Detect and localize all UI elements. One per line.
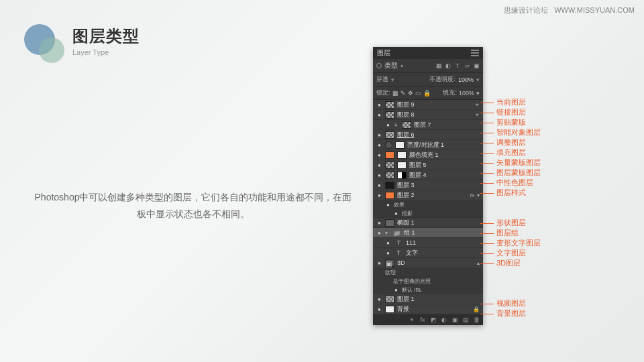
vector-mask-thumb[interactable] <box>397 162 407 169</box>
layer-row[interactable]: ↳图层 7 <box>373 120 483 130</box>
leader-line <box>480 314 494 314</box>
visibility-icon[interactable] <box>376 220 382 226</box>
chevron-down-icon[interactable]: ▾ <box>400 63 403 69</box>
new-layer-icon[interactable]: ▤ <box>462 316 469 323</box>
visibility-icon[interactable] <box>376 192 382 198</box>
layer-row[interactable]: 图层 6 <box>373 130 483 140</box>
opacity-value[interactable]: 100% <box>458 76 474 83</box>
folder-icon[interactable]: ▣ <box>451 316 458 323</box>
layer-3d[interactable]: ▣3D▴ <box>373 258 483 268</box>
layer-row[interactable]: 图层 2fx▾ <box>373 190 483 200</box>
blend-mode[interactable]: 穿透 <box>376 75 388 84</box>
layer-name: 椭圆 1 <box>397 219 480 227</box>
filter-adjust-icon[interactable]: ◐ <box>445 62 451 69</box>
3d-icon[interactable]: ▣ <box>385 259 394 267</box>
filter-pixel-icon[interactable]: ▦ <box>435 62 442 69</box>
visibility-icon[interactable] <box>385 122 391 128</box>
layer-thumb[interactable] <box>385 131 394 139</box>
lock-move-icon[interactable]: ✥ <box>408 90 413 97</box>
layers-list: 图层 9⚭ 图层 8⚭ ↳图层 7 图层 6 亮度/对比度 1 颜色填充 1 图… <box>373 100 483 314</box>
visibility-icon[interactable] <box>376 152 382 158</box>
layer-row[interactable]: 亮度/对比度 1 <box>373 140 483 150</box>
mask-thumb[interactable] <box>397 152 407 159</box>
lock-pixels-icon[interactable]: ▦ <box>392 90 398 97</box>
visibility-icon[interactable] <box>393 210 399 217</box>
chevron-down-icon[interactable]: ▾ <box>476 90 480 97</box>
layer-row[interactable]: 颜色填充 1 <box>373 150 483 160</box>
link-icon[interactable]: ⚭ <box>409 316 415 323</box>
visibility-icon[interactable] <box>376 172 382 178</box>
fx-badge[interactable]: fx <box>470 192 474 198</box>
trash-icon[interactable]: 🗑 <box>473 316 480 323</box>
visibility-icon[interactable] <box>385 240 391 246</box>
layer-group[interactable]: ▾组 1 <box>373 228 483 238</box>
layer-thumb[interactable] <box>385 182 394 189</box>
visibility-icon[interactable] <box>376 162 382 168</box>
layer-thumb[interactable] <box>385 172 394 179</box>
layer-row[interactable]: 图层 3 <box>373 180 483 190</box>
visibility-icon[interactable] <box>376 306 382 312</box>
texture-row[interactable]: 纹理 <box>373 268 483 277</box>
layer-row[interactable]: 文字 <box>373 248 483 258</box>
layer-row[interactable]: 背景🔒 <box>373 304 483 314</box>
layer-thumb[interactable] <box>385 101 394 109</box>
visibility-icon[interactable] <box>376 260 382 266</box>
visibility-icon[interactable] <box>376 182 382 188</box>
layer-thumb[interactable] <box>402 121 411 129</box>
video-layer-thumb[interactable] <box>385 296 394 303</box>
layer-thumb[interactable] <box>385 306 394 313</box>
chevron-up-icon[interactable]: ▴ <box>477 260 480 266</box>
lock-all-icon[interactable]: 🔒 <box>423 90 431 97</box>
chevron-down-icon[interactable]: ▾ <box>476 76 480 83</box>
lock-artboard-icon[interactable]: ▭ <box>415 90 421 97</box>
layer-thumb[interactable] <box>385 219 394 227</box>
folder-icon[interactable] <box>393 229 401 237</box>
layer-row[interactable]: 图层 4 <box>373 170 483 180</box>
layer-name: 图层 8 <box>397 111 472 119</box>
chevron-down-icon[interactable]: ▾ <box>477 192 480 198</box>
visibility-icon[interactable] <box>393 287 399 293</box>
layer-thumb[interactable] <box>385 152 394 159</box>
visibility-icon[interactable] <box>376 102 382 108</box>
mask-thumb[interactable] <box>395 141 405 149</box>
adjustment-icon[interactable] <box>385 141 392 149</box>
fx-item[interactable]: 投影 <box>373 209 483 218</box>
visibility-icon[interactable] <box>385 202 391 208</box>
panel-tab[interactable]: 图层 <box>373 47 483 59</box>
chevron-down-icon[interactable]: ▾ <box>391 76 394 83</box>
visibility-icon[interactable] <box>376 296 382 302</box>
layer-thumb[interactable] <box>385 111 394 119</box>
visibility-icon[interactable] <box>376 112 382 118</box>
layer-row[interactable]: 图层 5 <box>373 160 483 170</box>
panel-menu-icon[interactable] <box>471 50 479 56</box>
filter-shape-icon[interactable]: ▱ <box>464 62 470 69</box>
adjustment-icon[interactable]: ◐ <box>441 316 447 323</box>
layer-row[interactable]: 椭圆 1 <box>373 218 483 228</box>
warped-text-icon[interactable] <box>394 239 403 247</box>
lock-row: 锁定: ▦ ✎ ✥ ▭ 🔒 填充: 100% ▾ <box>373 86 483 100</box>
visibility-icon[interactable] <box>376 132 382 138</box>
lock-brush-icon[interactable]: ✎ <box>400 90 406 97</box>
visibility-icon[interactable] <box>385 250 391 256</box>
fill-value[interactable]: 100% <box>459 90 474 97</box>
fx-icon[interactable]: fx <box>419 316 426 323</box>
ibl-row[interactable]: 基于图像的光照 <box>373 277 483 286</box>
layer-row[interactable]: 图层 9⚭ <box>373 100 483 110</box>
fx-row[interactable]: 效果 <box>373 200 483 209</box>
layer-row[interactable]: 图层 8⚭ <box>373 110 483 120</box>
layer-row[interactable]: 图层 1 <box>373 294 483 304</box>
layer-mask-thumb[interactable] <box>397 172 407 179</box>
visibility-icon[interactable] <box>376 230 382 236</box>
chevron-down-icon[interactable]: ▾ <box>385 230 390 236</box>
filter-label[interactable]: 类型 <box>384 61 398 70</box>
text-icon[interactable] <box>394 249 403 257</box>
layer-thumb[interactable] <box>385 162 394 169</box>
filter-type-icon[interactable]: T <box>454 62 461 69</box>
layer-row[interactable]: 111 <box>373 238 483 248</box>
search-icon[interactable] <box>376 63 382 68</box>
layer-thumb[interactable] <box>385 192 394 199</box>
filter-smart-icon[interactable]: ▣ <box>473 62 480 69</box>
ibl-default[interactable]: 默认 IBL <box>373 286 483 294</box>
visibility-icon[interactable] <box>376 142 382 148</box>
mask-icon[interactable]: ◩ <box>430 316 437 323</box>
